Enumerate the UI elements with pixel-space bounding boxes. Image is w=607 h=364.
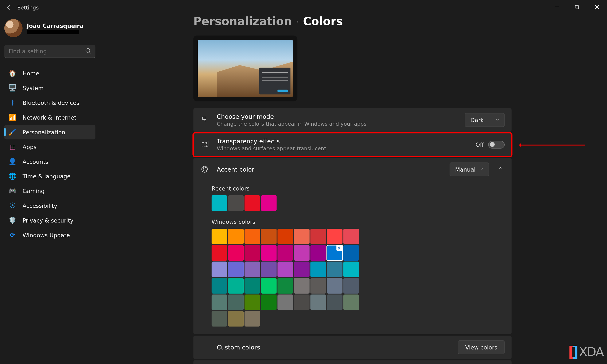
minimize-button[interactable]: [547, 0, 567, 14]
sidebar-item-home[interactable]: 🏠Home: [4, 66, 96, 81]
breadcrumb-parent[interactable]: Personalization: [193, 15, 292, 28]
avatar: [4, 19, 23, 37]
setting-desc: Windows and surfaces appear translucent: [217, 145, 469, 152]
color-swatch[interactable]: [212, 245, 227, 261]
setting-transparency[interactable]: Transparency effects Windows and surface…: [193, 133, 511, 156]
color-swatch[interactable]: [228, 229, 244, 244]
color-swatch[interactable]: [294, 261, 310, 277]
window-controls: [547, 0, 607, 14]
watermark: [] XDA: [568, 343, 604, 360]
color-swatch[interactable]: [245, 195, 260, 211]
setting-title: Custom colors: [217, 344, 451, 351]
color-swatch[interactable]: [228, 245, 244, 261]
setting-accent-start-taskbar[interactable]: Show accent color on Start and taskbar O…: [193, 360, 511, 364]
color-swatch[interactable]: [310, 245, 326, 261]
setting-choose-mode[interactable]: Choose your mode Change the colors that …: [193, 108, 511, 131]
color-swatch[interactable]: [310, 229, 326, 244]
color-swatch[interactable]: [228, 311, 244, 326]
svg-rect-2: [576, 5, 579, 8]
color-swatch[interactable]: [294, 245, 310, 261]
svg-point-11: [203, 170, 204, 170]
color-swatch[interactable]: [212, 261, 227, 277]
color-swatch[interactable]: [245, 229, 260, 244]
color-swatch[interactable]: [261, 261, 276, 277]
color-swatch[interactable]: [228, 295, 244, 310]
view-colors-button[interactable]: View colors: [458, 340, 505, 354]
transparency-toggle[interactable]: [488, 141, 505, 149]
sidebar-item-time-language[interactable]: 🌐Time & language: [4, 169, 96, 183]
color-swatch[interactable]: [245, 261, 260, 277]
color-swatch[interactable]: [245, 245, 260, 261]
sidebar-item-accounts[interactable]: 👤Accounts: [4, 154, 96, 169]
color-swatch[interactable]: [261, 229, 276, 244]
color-swatch[interactable]: [327, 261, 343, 277]
sidebar-item-windows-update[interactable]: ⟳Windows Update: [4, 228, 96, 243]
sidebar-item-gaming[interactable]: 🎮Gaming: [4, 183, 96, 198]
setting-title: Transparency effects: [217, 138, 469, 145]
color-swatch[interactable]: [277, 229, 293, 244]
color-swatch[interactable]: [327, 278, 343, 294]
nav-icon: ▦: [9, 143, 16, 151]
color-swatch[interactable]: [343, 295, 359, 310]
nav-icon: 🎮: [9, 187, 16, 195]
color-swatch[interactable]: [245, 278, 260, 294]
color-swatch[interactable]: [261, 278, 276, 294]
title-bar: Settings: [0, 0, 607, 16]
app-title: Settings: [17, 5, 39, 11]
color-swatch[interactable]: [212, 295, 227, 310]
close-button[interactable]: [587, 0, 607, 14]
setting-accent-color[interactable]: Accent color Manual ⌃: [193, 158, 511, 181]
color-swatch[interactable]: [294, 278, 310, 294]
color-swatch[interactable]: [277, 278, 293, 294]
nav-label: Personalization: [23, 129, 65, 135]
color-swatch[interactable]: [245, 311, 260, 326]
color-swatch[interactable]: [245, 295, 260, 310]
color-swatch[interactable]: [310, 295, 326, 310]
color-swatch[interactable]: [212, 229, 227, 244]
color-swatch[interactable]: [310, 278, 326, 294]
svg-point-5: [86, 48, 90, 52]
color-swatch[interactable]: [310, 261, 326, 277]
nav-icon: ⟳: [9, 231, 16, 239]
color-swatch[interactable]: [343, 245, 359, 261]
sidebar-item-system[interactable]: 🖥️System: [4, 81, 96, 95]
chevron-up-icon[interactable]: ⌃: [496, 166, 505, 173]
color-swatch[interactable]: [277, 295, 293, 310]
color-swatch[interactable]: [228, 261, 244, 277]
color-swatch[interactable]: [261, 195, 276, 211]
sidebar-item-network-internet[interactable]: 📶Network & internet: [4, 110, 96, 125]
user-profile[interactable]: João Carrasqueira: [4, 17, 96, 43]
mode-dropdown[interactable]: Dark: [465, 113, 505, 127]
sidebar-item-apps[interactable]: ▦Apps: [4, 139, 96, 154]
recent-colors: [193, 195, 511, 211]
color-swatch[interactable]: [327, 295, 343, 310]
color-swatch[interactable]: [277, 245, 293, 261]
sidebar-item-personalization[interactable]: 🖌️Personalization: [4, 125, 96, 139]
nav-icon: 🌐: [9, 172, 16, 180]
color-swatch[interactable]: ✓: [327, 245, 343, 261]
color-swatch[interactable]: [212, 195, 227, 211]
color-swatch[interactable]: [212, 311, 227, 326]
color-swatch[interactable]: [261, 295, 276, 310]
color-swatch[interactable]: [212, 278, 227, 294]
color-swatch[interactable]: [228, 278, 244, 294]
nav-icon: ⦿: [9, 202, 16, 210]
color-swatch[interactable]: [343, 278, 359, 294]
nav-icon: 🖌️: [9, 128, 16, 136]
color-swatch[interactable]: [343, 261, 359, 277]
color-swatch[interactable]: [228, 195, 244, 211]
color-swatch[interactable]: [261, 245, 276, 261]
accent-mode-dropdown[interactable]: Manual: [450, 162, 489, 176]
back-button[interactable]: [4, 4, 13, 12]
search-input[interactable]: [9, 48, 85, 54]
color-swatch[interactable]: [294, 229, 310, 244]
color-swatch[interactable]: [327, 229, 343, 244]
color-swatch[interactable]: [277, 261, 293, 277]
sidebar-item-privacy-security[interactable]: 🛡️Privacy & security: [4, 213, 96, 228]
sidebar-item-bluetooth-devices[interactable]: ᚼBluetooth & devices: [4, 95, 96, 110]
color-swatch[interactable]: [343, 229, 359, 244]
color-swatch[interactable]: [294, 295, 310, 310]
sidebar-item-accessibility[interactable]: ⦿Accessibility: [4, 198, 96, 213]
search-box[interactable]: [4, 45, 96, 58]
maximize-button[interactable]: [567, 0, 587, 14]
